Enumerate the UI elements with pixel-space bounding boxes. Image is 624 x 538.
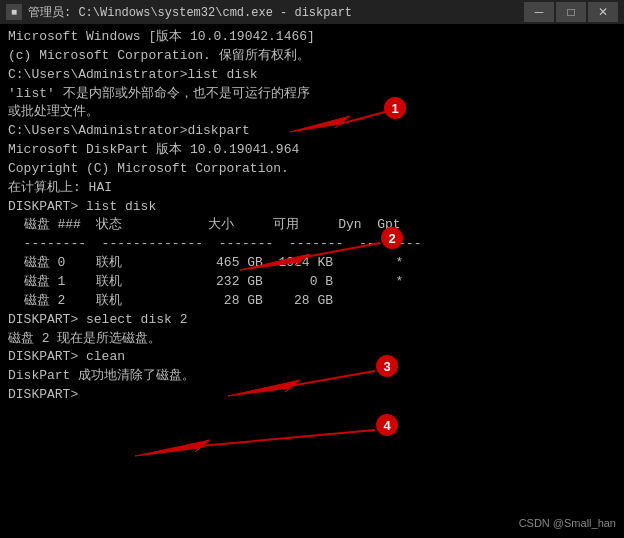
- terminal-line-l2: (c) Microsoft Corporation. 保留所有权利。: [8, 47, 616, 66]
- cmd-window: ■ 管理员: C:\Windows\system32\cmd.exe - dis…: [0, 0, 624, 538]
- terminal-line-l23: DISKPART> select disk 2: [8, 311, 616, 330]
- maximize-button[interactable]: □: [556, 2, 586, 22]
- terminal-line-l6: 或批处理文件。: [8, 103, 616, 122]
- terminal-line-l25: 磁盘 2 现在是所选磁盘。: [8, 330, 616, 349]
- svg-text:4: 4: [383, 418, 391, 433]
- terminal-line-l10: Microsoft DiskPart 版本 10.0.19041.964: [8, 141, 616, 160]
- terminal-line-l18: -------- ------------- ------- ------- -…: [8, 235, 616, 254]
- svg-line-13: [200, 430, 375, 446]
- title-bar: ■ 管理员: C:\Windows\system32\cmd.exe - dis…: [0, 0, 624, 24]
- title-bar-controls: ─ □ ✕: [524, 2, 618, 22]
- terminal-line-l31: DISKPART>: [8, 386, 616, 405]
- terminal-line-l15: DISKPART> list disk: [8, 198, 616, 217]
- terminal-line-l29: DiskPart 成功地清除了磁盘。: [8, 367, 616, 386]
- terminal-line-l12: Copyright (C) Microsoft Corporation.: [8, 160, 616, 179]
- close-button[interactable]: ✕: [588, 2, 618, 22]
- terminal-lines: Microsoft Windows [版本 10.0.19042.1466](c…: [8, 28, 616, 405]
- terminal-line-l8: C:\Users\Administrator>diskpart: [8, 122, 616, 141]
- terminal-line-l27: DISKPART> clean: [8, 348, 616, 367]
- terminal-line-l1: Microsoft Windows [版本 10.0.19042.1466]: [8, 28, 616, 47]
- minimize-button[interactable]: ─: [524, 2, 554, 22]
- svg-marker-12: [135, 440, 210, 456]
- window-title: 管理员: C:\Windows\system32\cmd.exe - diskp…: [28, 4, 352, 21]
- terminal-line-l21: 磁盘 2 联机 28 GB 28 GB: [8, 292, 616, 311]
- svg-point-14: [376, 414, 398, 436]
- terminal-line-l13: 在计算机上: HAI: [8, 179, 616, 198]
- title-bar-left: ■ 管理员: C:\Windows\system32\cmd.exe - dis…: [6, 4, 352, 21]
- terminal-content[interactable]: Microsoft Windows [版本 10.0.19042.1466](c…: [0, 24, 624, 538]
- watermark: CSDN @Small_han: [519, 516, 616, 532]
- terminal-line-l5: 'list' 不是内部或外部命令，也不是可运行的程序: [8, 85, 616, 104]
- terminal-line-l19: 磁盘 0 联机 465 GB 1024 KB *: [8, 254, 616, 273]
- terminal-line-l4: C:\Users\Administrator>list disk: [8, 66, 616, 85]
- terminal-line-l20: 磁盘 1 联机 232 GB 0 B *: [8, 273, 616, 292]
- window-icon: ■: [6, 4, 22, 20]
- terminal-line-l17: 磁盘 ### 状态 大小 可用 Dyn Gpt: [8, 216, 616, 235]
